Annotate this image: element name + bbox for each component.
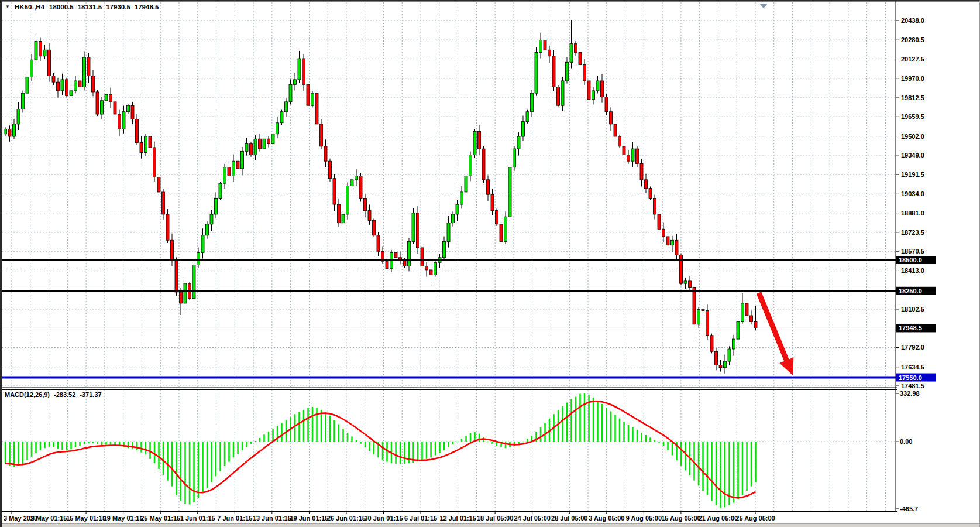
price-axis-label: 19659.5 [901,113,924,120]
candle-bullish [465,176,467,192]
price-axis-label: 19970.0 [901,75,924,82]
candle-bullish [522,122,525,136]
macd-histogram-bar [417,442,419,461]
macd-histogram-bar [369,442,370,451]
candle-bearish [131,105,134,119]
candle-bullish [263,139,266,149]
price-axis-label: 19812.5 [901,94,924,101]
price-level-badge-label: 18500.0 [899,256,922,264]
time-axis-label: 3 Aug 05:00 [589,515,624,522]
candle-bearish [373,220,376,235]
macd-histogram-bar [246,442,247,447]
candle-bearish [236,161,239,169]
macd-histogram-bar [575,397,577,442]
candle-bearish [623,146,625,155]
candle-bearish [425,266,428,270]
candle-bearish [754,322,757,328]
candle-bearish [162,192,165,214]
candle-bearish [87,57,90,76]
candle-bullish [504,217,507,241]
candle-bearish [491,194,494,210]
macd-histogram-bar [452,442,454,444]
down-arrow-annotation[interactable] [757,292,794,375]
candle-bullish [22,93,25,109]
candle-bearish [610,112,613,124]
macd-histogram-bar [75,442,77,447]
candle-bullish [531,93,534,112]
macd-histogram-bar [360,442,362,444]
time-axis-label: 19 Jun 01:15 [290,515,328,522]
candle-bearish [579,52,582,64]
chart-shift-marker-icon[interactable] [759,4,768,8]
candle-bullish [4,129,7,134]
candle-bearish [394,252,397,257]
macd-histogram-bar [702,442,704,491]
macd-histogram-bar [207,442,208,488]
ohlc-open: 18000.5 [49,4,74,11]
candle-bearish [175,260,178,292]
price-axis-label: 18881.0 [901,210,924,217]
macd-histogram-bar [733,442,735,502]
macd-histogram-bar [338,425,340,442]
candle-bearish [250,144,253,155]
candle-bullish [737,322,740,340]
macd-histogram-bar [149,442,151,459]
macd-histogram-bar [233,442,235,457]
macd-histogram-bar [566,403,568,442]
price-axis-label: 18413.0 [901,267,924,274]
price-axis-label: 17634.5 [901,364,924,371]
candle-bullish [342,214,345,223]
price-axis-label: 19502.0 [901,133,924,140]
price-axis-label: 19191.5 [901,171,924,178]
macd-histogram-bar [584,393,586,442]
candle-bullish [412,213,415,242]
macd-histogram-bar [163,442,164,475]
candle-bullish [408,241,411,266]
macd-histogram-bar [716,442,717,505]
macd-histogram-bar [303,410,305,442]
candle-bearish [645,180,648,189]
price-axis-label: 19349.0 [901,152,924,159]
macd-histogram-bar [544,423,546,442]
macd-histogram-bar [724,442,726,507]
macd-histogram-bar [456,442,458,442]
macd-histogram-bar [619,419,621,442]
candle-bearish [640,163,643,179]
price-axis-label: 20280.5 [901,36,924,43]
macd-histogram-bar [593,398,594,442]
candle-bearish [118,114,121,129]
candle-bullish [517,136,520,149]
symbol-dropdown-icon[interactable]: ▼ [5,4,10,9]
candle-bullish [460,192,463,204]
candle-bearish [496,211,498,224]
candle-bearish [171,240,174,260]
candle-bearish [66,80,68,95]
macd-histogram-bar [154,442,156,463]
time-axis-label: 13 Jun 01:15 [253,515,291,522]
ohlc-low: 17930.5 [106,4,130,11]
macd-histogram-bar [307,408,309,442]
candle-bullish [74,81,77,91]
candle-bullish [298,59,301,80]
macd-histogram-bar [49,442,50,447]
macd-histogram-bar [448,442,449,447]
macd-histogram-bar [654,440,656,442]
macd-histogram-bar [176,442,177,495]
candle-bearish [421,248,424,266]
macd-histogram-bar [171,442,173,486]
candle-bullish [13,124,16,136]
macd-histogram-bar [237,442,239,454]
macd-histogram-bar [601,404,603,442]
macd-histogram-bar [101,442,103,445]
macd-histogram-bar [215,442,217,476]
price-chart-canvas[interactable]: 20438.020280.520127.519970.019812.519659… [2,1,980,527]
candle-bullish [741,303,744,322]
macd-histogram-bar [562,406,563,442]
macd-histogram-bar [663,442,665,446]
candle-bearish [654,199,656,214]
macd-histogram-bar [707,442,709,495]
candle-bearish [587,81,590,100]
macd-histogram-bar [97,442,98,444]
macd-histogram-bar [219,442,221,471]
macd-histogram-bar [294,414,296,442]
